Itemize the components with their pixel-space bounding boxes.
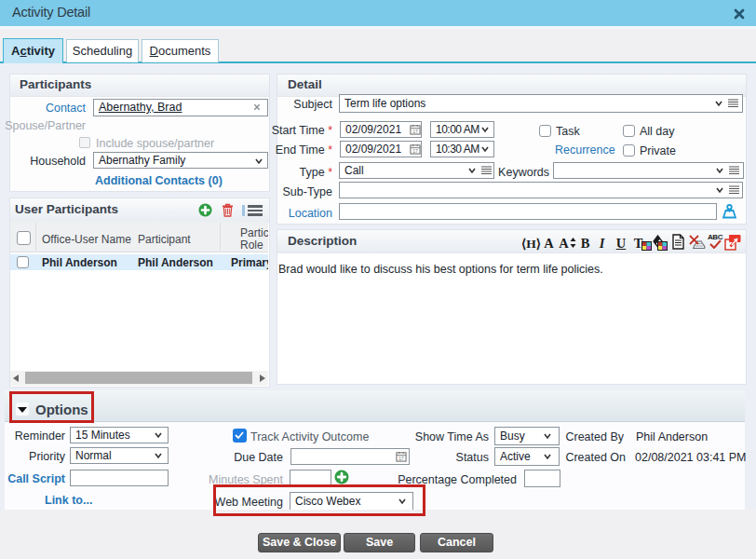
svg-text:17: 17 <box>412 148 418 154</box>
svg-text:17: 17 <box>412 129 418 134</box>
